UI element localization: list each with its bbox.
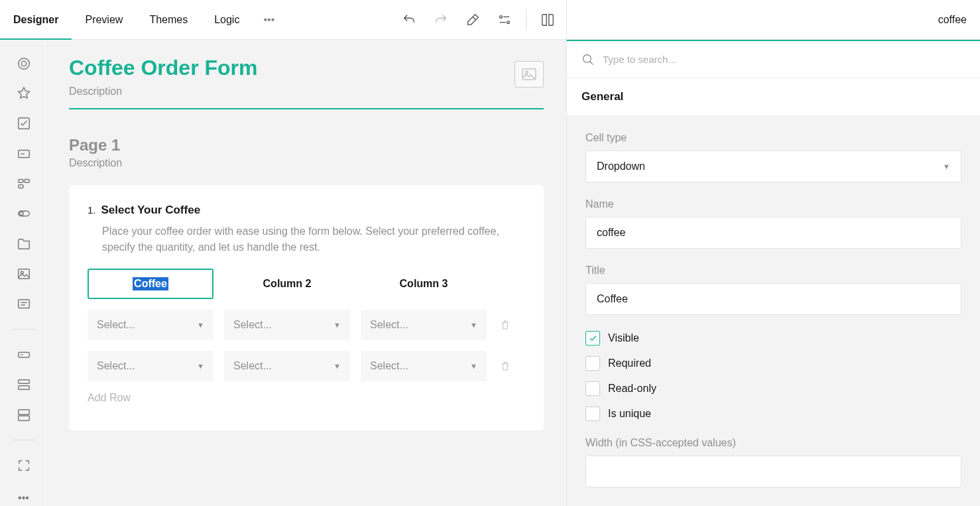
celltype-label: Cell type [585, 132, 961, 144]
text-icon[interactable] [16, 347, 32, 362]
column-header-2[interactable]: Column 2 [224, 269, 350, 299]
question-title[interactable]: Select Your Coffee [101, 204, 201, 217]
matrix-cell-dropdown[interactable]: Select...▼ [88, 310, 214, 340]
tab-more-icon[interactable]: ••• [253, 14, 285, 26]
width-input[interactable] [585, 456, 961, 487]
name-input[interactable]: coffee [585, 217, 961, 249]
design-canvas: Coffee Order Form Description Page 1 Des… [48, 40, 566, 506]
tagbox-icon[interactable] [16, 176, 32, 191]
checkbox-icon[interactable] [16, 116, 32, 131]
checkbox-icon [585, 407, 600, 421]
svg-point-27 [583, 54, 591, 62]
tab-themes[interactable]: Themes [136, 0, 201, 39]
toolbox-divider [12, 329, 36, 330]
celltype-select[interactable]: Dropdown▼ [585, 151, 961, 182]
matrix-row: Select...▼ Select...▼ Select...▼ [88, 310, 525, 340]
question-number: 1. [88, 204, 96, 216]
survey-header: Coffee Order Form Description [69, 56, 544, 109]
svg-rect-24 [18, 416, 29, 420]
svg-point-4 [18, 58, 29, 69]
svg-point-26 [526, 72, 528, 74]
tab-designer[interactable]: Designer [0, 0, 72, 39]
comment-icon[interactable] [16, 296, 32, 312]
toolbox: ••• [0, 40, 48, 506]
svg-rect-14 [18, 269, 29, 279]
checkbox-icon [585, 356, 600, 371]
redo-icon[interactable] [428, 7, 454, 33]
dropdown-icon[interactable] [16, 146, 32, 161]
width-label: Width (in CSS-accepted values) [585, 437, 961, 449]
column-header-3[interactable]: Column 3 [361, 269, 487, 299]
isunique-checkbox-row[interactable]: Is unique [585, 407, 961, 421]
boolean-icon[interactable] [16, 206, 32, 221]
topbar-tabs: Designer Preview Themes Logic ••• [0, 0, 285, 39]
matrix-cell-dropdown[interactable]: Select...▼ [224, 310, 350, 340]
svg-point-13 [19, 212, 23, 216]
topbar-actions [396, 0, 566, 39]
svg-point-0 [500, 15, 503, 18]
toolbox-divider-2 [12, 440, 36, 440]
title-label: Title [585, 265, 961, 277]
page-title[interactable]: Page 1 [69, 136, 544, 155]
radio-icon[interactable] [16, 56, 32, 71]
matrix-row: Select...▼ Select...▼ Select...▼ [88, 351, 525, 381]
matrix-cell-dropdown[interactable]: Select...▼ [88, 351, 214, 381]
matrix-cell-dropdown[interactable]: Select...▼ [361, 310, 487, 340]
property-panel: General Cell type Dropdown▼ Name coffee … [566, 40, 980, 506]
page-description[interactable]: Description [69, 157, 544, 169]
topbar: Designer Preview Themes Logic ••• coffee [0, 0, 980, 40]
survey-logo-placeholder[interactable] [515, 61, 544, 88]
erase-icon[interactable] [459, 7, 486, 33]
column-header-coffee[interactable]: Coffee [88, 269, 214, 299]
svg-rect-10 [24, 180, 29, 183]
more-icon[interactable]: ••• [16, 491, 32, 506]
title-input[interactable]: Coffee [585, 283, 961, 315]
survey-description[interactable]: Description [69, 86, 544, 97]
matrix-cell-dropdown[interactable]: Select...▼ [361, 351, 487, 381]
checkbox-icon [585, 331, 600, 346]
add-row-button[interactable]: Add Row [88, 392, 525, 404]
svg-line-28 [590, 61, 593, 64]
tab-preview[interactable]: Preview [72, 0, 136, 39]
delete-row-icon[interactable] [497, 359, 513, 373]
rating-icon[interactable] [16, 86, 32, 101]
question-description[interactable]: Place your coffee order with ease using … [102, 223, 525, 255]
search-icon [582, 53, 595, 66]
book-icon[interactable] [534, 7, 561, 33]
page-header: Page 1 Description [69, 136, 544, 169]
svg-rect-16 [18, 299, 29, 308]
svg-rect-21 [18, 380, 29, 384]
delete-row-icon[interactable] [497, 318, 513, 332]
svg-rect-22 [18, 386, 29, 390]
svg-rect-19 [18, 352, 29, 357]
svg-rect-11 [18, 185, 23, 188]
svg-point-2 [507, 21, 510, 23]
question-card[interactable]: 1. Select Your Coffee Place your coffee … [69, 185, 544, 430]
matrix: Coffee Column 2 Column 3 Select...▼ Sele… [88, 269, 525, 404]
tab-logic[interactable]: Logic [201, 0, 253, 39]
name-label: Name [585, 198, 961, 210]
undo-icon[interactable] [396, 7, 422, 33]
survey-title[interactable]: Coffee Order Form [69, 56, 544, 80]
property-search-input[interactable] [603, 54, 965, 65]
image-icon[interactable] [16, 267, 32, 282]
file-icon[interactable] [16, 236, 32, 251]
matrix-cell-dropdown[interactable]: Select...▼ [224, 351, 350, 381]
svg-rect-23 [18, 409, 29, 414]
multitext-icon[interactable] [16, 377, 32, 393]
checkbox-icon [585, 381, 600, 396]
panel-icon[interactable] [16, 407, 32, 422]
property-search [567, 41, 980, 78]
required-checkbox-row[interactable]: Required [585, 356, 961, 371]
visible-checkbox-row[interactable]: Visible [585, 331, 961, 346]
svg-rect-9 [18, 180, 23, 183]
readonly-checkbox-row[interactable]: Read-only [585, 381, 961, 396]
divider [526, 9, 526, 31]
topbar-right-label: coffee [566, 0, 980, 39]
settings-icon[interactable] [491, 7, 518, 33]
property-section-general[interactable]: General [567, 78, 980, 116]
expand-icon[interactable] [16, 458, 32, 473]
svg-point-5 [21, 61, 26, 66]
